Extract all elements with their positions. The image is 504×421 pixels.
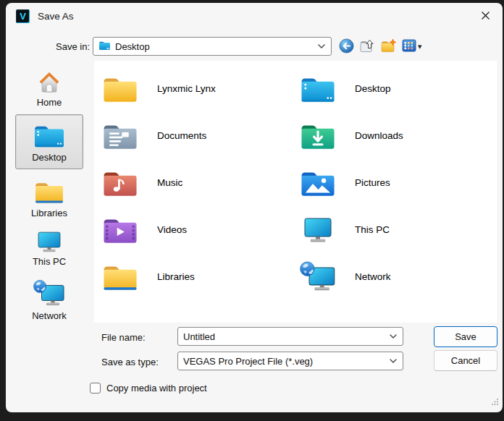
desktop-folder-icon [33, 122, 66, 150]
resize-grip-icon[interactable] [491, 396, 499, 409]
back-icon [339, 38, 354, 56]
view-menu-button[interactable]: ▼ [402, 39, 421, 55]
chevron-down-icon [389, 358, 398, 364]
libraries-icon [100, 261, 140, 293]
network-icon [33, 278, 66, 308]
window-title: Save As [38, 11, 74, 22]
copy-media-checkbox[interactable] [90, 383, 101, 394]
sidebar-item-desktop[interactable]: Desktop [15, 114, 83, 169]
chevron-down-icon [317, 43, 326, 49]
file-name-combobox[interactable]: Untitled [177, 327, 403, 346]
file-item-label: Desktop [355, 83, 391, 94]
file-item-libraries[interactable]: Libraries [100, 253, 298, 300]
save-as-dialog: V Save As Save in: Desktop [6, 3, 503, 412]
file-item-pictures[interactable]: Pictures [298, 159, 495, 206]
navigation-toolbar: ▼ [339, 38, 421, 56]
up-one-level-button[interactable] [359, 38, 375, 56]
network-icon [298, 260, 338, 294]
file-item-downloads[interactable]: Downloads [298, 112, 495, 159]
close-icon [481, 10, 490, 23]
file-item-network[interactable]: Network [298, 253, 495, 300]
file-name-label: File name: [101, 332, 146, 343]
sidebar-item-label: This PC [33, 256, 66, 267]
file-item-videos[interactable]: Videos [100, 206, 298, 253]
close-button[interactable] [478, 9, 492, 24]
file-name-value: Untitled [183, 331, 215, 342]
documents-icon [100, 120, 140, 152]
file-grid: Lynxmic Lynx Desktop Documents Downloads… [94, 61, 497, 300]
save-button[interactable]: Save [434, 326, 497, 347]
file-item-music[interactable]: Music [100, 159, 298, 206]
home-icon [34, 67, 64, 95]
sidebar-item-label: Home [37, 97, 62, 108]
file-item-lynxmic-lynx[interactable]: Lynxmic Lynx [100, 65, 298, 112]
desktop-folder-icon [298, 73, 338, 105]
sidebar-item-label: Libraries [31, 208, 67, 218]
monitor-icon [35, 229, 64, 254]
save-as-type-combobox[interactable]: VEGAS Pro Project File (*.veg) [177, 352, 403, 370]
copy-media-row: Copy media with project [90, 383, 207, 394]
sidebar-item-home[interactable]: Home [15, 64, 83, 111]
monitor-icon [298, 215, 338, 244]
pictures-icon [298, 167, 338, 199]
file-item-label: Pictures [355, 177, 390, 188]
up-folder-icon [359, 38, 375, 56]
cancel-button[interactable]: Cancel [434, 350, 497, 371]
vegas-logo-icon: V [16, 9, 30, 23]
view-menu-icon [402, 39, 416, 55]
caret-down-icon: ▼ [418, 44, 421, 50]
save-in-combobox[interactable]: Desktop [93, 37, 332, 56]
sidebar-item-label: Network [32, 310, 67, 321]
file-item-label: This PC [355, 224, 390, 235]
copy-media-label: Copy media with project [106, 383, 207, 394]
desktop-mini-icon [98, 41, 111, 53]
save-as-type-label: Save as type: [101, 357, 159, 367]
libraries-icon [33, 179, 65, 205]
save-in-value: Desktop [115, 41, 150, 52]
save-as-type-value: VEGAS Pro Project File (*.veg) [183, 356, 313, 367]
sidebar-item-libraries[interactable]: Libraries [15, 175, 83, 221]
folder-icon [100, 73, 140, 105]
sidebar-item-network[interactable]: Network [15, 275, 83, 324]
downloads-icon [298, 120, 338, 152]
file-item-documents[interactable]: Documents [100, 112, 298, 159]
save-in-label: Save in: [32, 41, 90, 52]
file-item-label: Downloads [355, 130, 403, 141]
sidebar-item-label: Desktop [32, 152, 67, 163]
chevron-down-icon [389, 333, 398, 339]
back-button[interactable] [339, 38, 354, 56]
file-item-label: Libraries [157, 271, 195, 282]
file-list-area: Lynxmic Lynx Desktop Documents Downloads… [94, 61, 497, 323]
file-item-this-pc[interactable]: This PC [298, 206, 495, 253]
file-item-label: Music [157, 177, 182, 188]
videos-icon [100, 214, 140, 246]
title-bar: V Save As [6, 3, 503, 29]
file-item-label: Documents [157, 130, 206, 141]
file-item-label: Network [355, 271, 391, 282]
music-icon [100, 167, 140, 199]
places-sidebar: Home Desktop Libraries This PC Network [12, 59, 87, 324]
new-folder-button[interactable] [380, 38, 397, 56]
new-folder-icon [380, 38, 397, 56]
file-item-desktop[interactable]: Desktop [298, 65, 495, 112]
file-item-label: Videos [157, 224, 187, 235]
sidebar-item-this-pc[interactable]: This PC [15, 226, 83, 271]
file-item-label: Lynxmic Lynx [157, 83, 216, 94]
